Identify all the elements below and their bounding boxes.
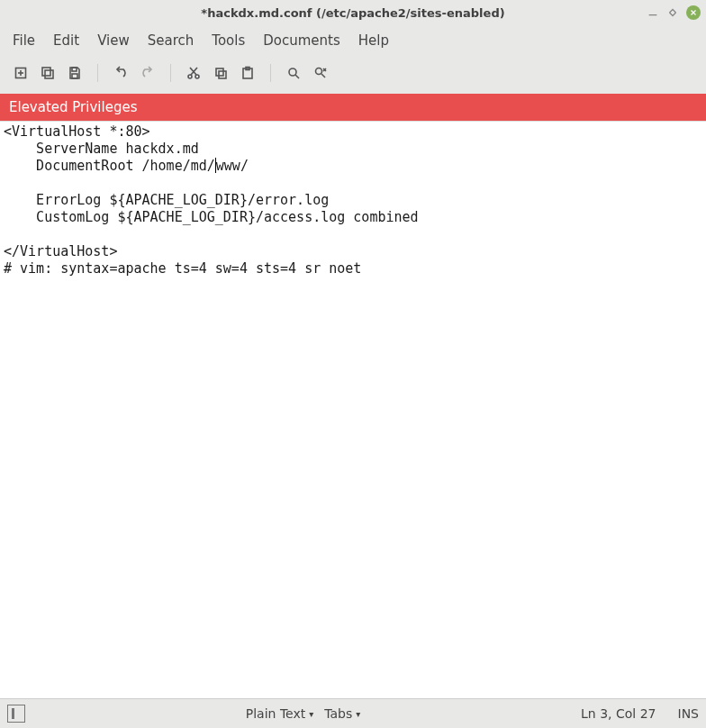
svg-rect-8 — [72, 68, 77, 71]
svg-rect-14 — [216, 68, 223, 76]
dropdown-caret-icon: ▾ — [356, 709, 360, 719]
indent-mode-selector[interactable]: Tabs ▾ — [324, 706, 360, 721]
find-button[interactable] — [282, 61, 305, 85]
redo-button[interactable] — [136, 61, 159, 85]
side-panel-toggle[interactable] — [7, 705, 25, 723]
menu-edit[interactable]: Edit — [44, 29, 88, 52]
svg-point-11 — [195, 75, 199, 78]
copy-button[interactable] — [209, 61, 232, 85]
svg-line-19 — [295, 75, 299, 78]
text-editor[interactable]: <VirtualHost *:80> ServerName hackdx.md … — [0, 122, 706, 698]
close-button[interactable] — [686, 5, 701, 20]
svg-rect-9 — [72, 74, 77, 78]
svg-rect-7 — [45, 70, 53, 78]
menu-bar: File Edit View Search Tools Documents He… — [0, 25, 706, 56]
find-replace-button[interactable] — [309, 61, 332, 85]
svg-line-21 — [321, 74, 325, 77]
svg-point-20 — [316, 68, 322, 75]
minimize-button[interactable] — [647, 6, 659, 19]
svg-point-18 — [289, 68, 296, 76]
elevated-privileges-banner: Elevated Privileges — [0, 94, 706, 121]
save-file-button[interactable] — [63, 61, 86, 85]
tool-bar — [0, 56, 706, 94]
menu-help[interactable]: Help — [349, 29, 398, 52]
menu-tools[interactable]: Tools — [203, 29, 254, 52]
svg-rect-6 — [42, 68, 50, 76]
menu-documents[interactable]: Documents — [254, 29, 349, 52]
maximize-button[interactable] — [666, 6, 679, 19]
svg-rect-15 — [219, 71, 226, 78]
new-file-button[interactable] — [9, 61, 32, 85]
toolbar-separator — [97, 64, 98, 82]
window-title: *hackdx.md.conf (/etc/apache2/sites-enab… — [201, 6, 504, 20]
editor-window: *hackdx.md.conf (/etc/apache2/sites-enab… — [0, 0, 706, 728]
paste-button[interactable] — [236, 61, 259, 85]
status-bar: Plain Text ▾ Tabs ▾ Ln 3, Col 27 INS — [0, 698, 706, 728]
banner-text: Elevated Privileges — [9, 99, 137, 115]
cut-button[interactable] — [182, 61, 205, 85]
svg-point-10 — [188, 75, 192, 78]
cursor-position-label: Ln 3, Col 27 — [581, 706, 656, 721]
open-file-button[interactable] — [36, 61, 59, 85]
menu-file[interactable]: File — [4, 29, 44, 52]
undo-button[interactable] — [109, 61, 132, 85]
window-controls — [647, 0, 701, 25]
toolbar-separator — [170, 64, 171, 82]
title-bar: *hackdx.md.conf (/etc/apache2/sites-enab… — [0, 0, 706, 25]
menu-view[interactable]: View — [88, 29, 139, 52]
dropdown-caret-icon: ▾ — [309, 709, 313, 719]
indent-mode-label: Tabs — [324, 706, 352, 721]
syntax-mode-selector[interactable]: Plain Text ▾ — [246, 706, 313, 721]
toolbar-separator — [270, 64, 271, 82]
syntax-mode-label: Plain Text — [246, 706, 305, 721]
insert-mode-label[interactable]: INS — [678, 706, 700, 721]
menu-search[interactable]: Search — [139, 29, 204, 52]
text-cursor — [215, 158, 216, 173]
editor-area: <VirtualHost *:80> ServerName hackdx.md … — [0, 121, 706, 698]
